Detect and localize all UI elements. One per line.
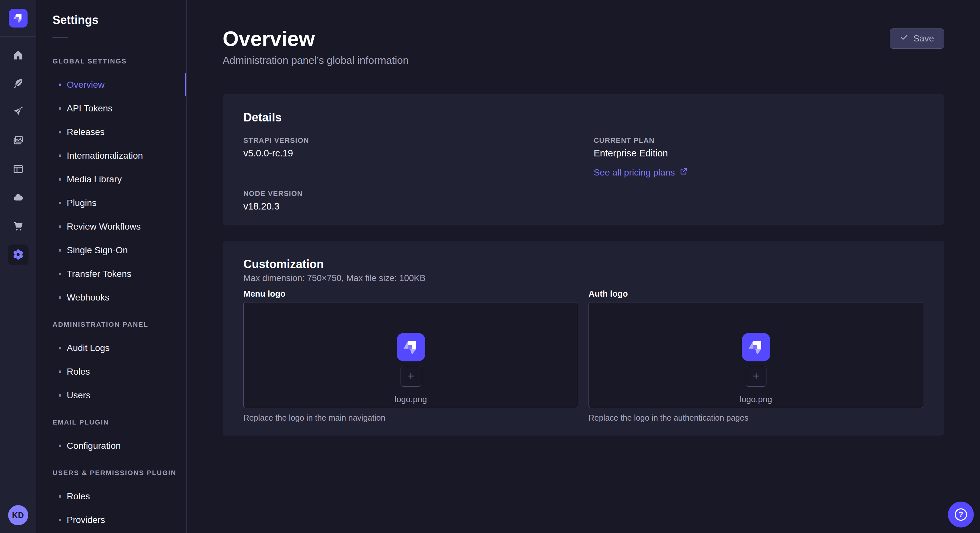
auth-logo-label: Auth logo xyxy=(589,289,923,299)
node-version-value: v18.20.3 xyxy=(243,201,573,212)
feather-icon xyxy=(12,78,24,90)
nav-content-type-builder-button[interactable] xyxy=(8,159,29,180)
sidebar-item-label: Audit Logs xyxy=(67,343,110,353)
section-users-permissions-plugin: USERS & PERMISSIONS PLUGIN xyxy=(37,461,186,484)
plus-icon xyxy=(751,371,761,382)
nav-media-library-button[interactable] xyxy=(8,130,29,151)
sidebar-item-label: Plugins xyxy=(67,198,97,208)
sidebar-item-up-roles[interactable]: Roles xyxy=(37,484,186,508)
strapi-version-value: v5.0.0-rc.19 xyxy=(243,148,573,159)
bullet-icon xyxy=(59,249,61,252)
cart-icon xyxy=(12,220,24,233)
strapi-version-field: STRAPI VERSION v5.0.0-rc.19 xyxy=(243,136,573,178)
auth-logo-field: Auth logo logo.png Replace the logo in t… xyxy=(589,289,923,423)
menu-logo-filename: logo.png xyxy=(395,394,427,405)
sidebar-item-label: Review Workflows xyxy=(67,222,141,232)
page-header: Overview Administration panel’s global i… xyxy=(223,27,944,67)
details-card-title: Details xyxy=(243,110,923,125)
section-administration-panel: ADMINISTRATION PANEL xyxy=(37,313,186,336)
nav-home-button[interactable] xyxy=(8,45,29,66)
sidebar-item-label: Roles xyxy=(67,491,90,501)
gear-icon xyxy=(12,249,24,261)
sidebar-item-api-tokens[interactable]: API Tokens xyxy=(37,97,186,120)
sidebar-item-label: Internationalization xyxy=(67,151,143,161)
customization-card: Customization Max dimension: 750×750, Ma… xyxy=(223,241,944,436)
bullet-icon xyxy=(59,394,61,397)
subnav-title: Settings xyxy=(37,0,186,27)
sidebar-item-admin-users[interactable]: Users xyxy=(37,383,186,407)
node-version-label: NODE VERSION xyxy=(243,189,573,198)
menu-logo-dropzone[interactable]: logo.png xyxy=(243,302,578,408)
check-icon xyxy=(900,33,908,44)
page-subtitle: Administration panel’s global informatio… xyxy=(223,54,409,67)
sidebar-item-up-providers[interactable]: Providers xyxy=(37,508,186,532)
main-content: Overview Administration panel’s global i… xyxy=(187,0,980,533)
sidebar-item-media-library[interactable]: Media Library xyxy=(37,167,186,191)
bullet-icon xyxy=(59,178,61,181)
menu-logo-label: Menu logo xyxy=(243,289,578,299)
pricing-plans-link[interactable]: See all pricing plans xyxy=(594,167,688,178)
sidebar-item-label: Single Sign-On xyxy=(67,245,128,255)
auth-logo-add-button[interactable] xyxy=(746,366,767,387)
help-button[interactable]: ? xyxy=(948,501,974,528)
sidebar-item-admin-roles[interactable]: Roles xyxy=(37,360,186,383)
subnav-title-divider xyxy=(52,37,68,38)
bullet-icon xyxy=(59,84,61,86)
plus-icon xyxy=(406,371,416,382)
sidebar-item-internationalization[interactable]: Internationalization xyxy=(37,144,186,167)
pricing-plans-link-label: See all pricing plans xyxy=(594,167,675,178)
sidebar-item-audit-logs[interactable]: Audit Logs xyxy=(37,336,186,360)
sidebar-item-releases[interactable]: Releases xyxy=(37,120,186,144)
current-plan-value: Enterprise Edition xyxy=(594,148,923,159)
nav-releases-button[interactable] xyxy=(8,102,29,123)
sidebar-item-review-workflows[interactable]: Review Workflows xyxy=(37,215,186,238)
bullet-icon xyxy=(59,495,61,498)
strapi-logo[interactable] xyxy=(9,9,27,27)
sidebar-item-label: Webhooks xyxy=(67,292,110,303)
details-card: Details STRAPI VERSION v5.0.0-rc.19 CURR… xyxy=(223,94,944,225)
menu-logo-add-button[interactable] xyxy=(401,366,421,387)
nav-deploy-button[interactable] xyxy=(8,187,29,208)
images-icon xyxy=(12,135,24,148)
page-title: Overview xyxy=(223,27,409,51)
sidebar-item-label: Overview xyxy=(67,80,105,90)
sidebar-item-single-sign-on[interactable]: Single Sign-On xyxy=(37,238,186,262)
sidebar-item-label: Configuration xyxy=(67,441,121,451)
main-nav-rail: KD xyxy=(0,0,36,533)
question-mark-icon: ? xyxy=(955,508,967,521)
sidebar-item-webhooks[interactable]: Webhooks xyxy=(37,286,186,309)
sidebar-item-label: Media Library xyxy=(67,174,122,185)
layout-icon xyxy=(12,163,24,176)
sidebar-item-overview[interactable]: Overview xyxy=(37,73,186,97)
strapi-logo-preview xyxy=(742,333,770,362)
sidebar-item-transfer-tokens[interactable]: Transfer Tokens xyxy=(37,262,186,286)
bullet-icon xyxy=(59,296,61,299)
sidebar-item-email-configuration[interactable]: Configuration xyxy=(37,434,186,458)
menu-logo-caption: Replace the logo in the main navigation xyxy=(243,413,578,423)
save-button[interactable]: Save xyxy=(890,29,944,49)
current-plan-label: CURRENT PLAN xyxy=(594,136,923,145)
rail-nav-items xyxy=(8,45,29,265)
paper-plane-icon xyxy=(12,106,24,119)
sidebar-item-label: API Tokens xyxy=(67,103,113,114)
sidebar-item-label: Users xyxy=(67,390,91,401)
section-global-settings: GLOBAL SETTINGS xyxy=(37,49,186,73)
sidebar-item-label: Providers xyxy=(67,515,105,525)
strapi-version-label: STRAPI VERSION xyxy=(243,136,573,145)
save-button-label: Save xyxy=(913,33,934,44)
nav-marketplace-button[interactable] xyxy=(8,216,29,237)
nav-content-manager-button[interactable] xyxy=(8,73,29,94)
sidebar-item-plugins[interactable]: Plugins xyxy=(37,191,186,215)
nav-settings-button[interactable] xyxy=(8,244,29,265)
rail-bottom: KD xyxy=(0,497,36,533)
cloud-icon xyxy=(12,192,24,204)
sidebar-item-label: Roles xyxy=(67,366,90,377)
customization-card-subtitle: Max dimension: 750×750, Max file size: 1… xyxy=(243,273,923,283)
user-avatar[interactable]: KD xyxy=(8,505,28,525)
bullet-icon xyxy=(59,202,61,204)
rail-divider xyxy=(0,36,36,36)
auth-logo-dropzone[interactable]: logo.png xyxy=(589,302,923,408)
rail-bottom-divider xyxy=(0,497,36,497)
auth-logo-filename: logo.png xyxy=(740,394,772,405)
bullet-icon xyxy=(59,107,61,110)
